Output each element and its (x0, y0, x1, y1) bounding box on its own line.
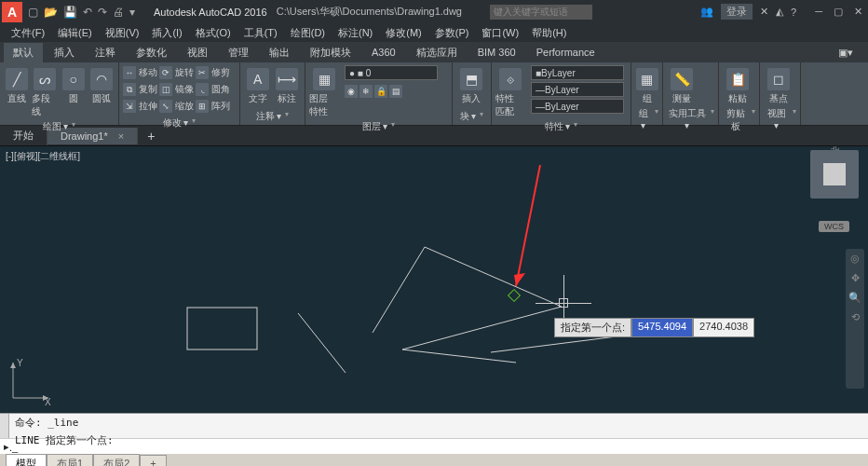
menu-parametric[interactable]: 参数(P) (429, 24, 475, 42)
nav-wheel-icon[interactable]: ◎ (850, 253, 860, 265)
tab-expand-icon[interactable]: ▣▾ (829, 44, 862, 62)
menu-view[interactable]: 视图(V) (100, 24, 145, 42)
command-input[interactable]: ._ (9, 442, 18, 453)
close-tab-icon[interactable]: × (118, 130, 124, 142)
insert-block-button[interactable]: ⬒插入 (456, 64, 486, 105)
menu-tools[interactable]: 工具(T) (238, 24, 283, 42)
copy-button[interactable]: ⧉复制 (123, 82, 157, 97)
text-button[interactable]: A文字 (244, 64, 272, 105)
tab-performance[interactable]: Performance (527, 44, 604, 61)
qat-open-icon[interactable]: 📂 (44, 6, 58, 19)
menu-edit[interactable]: 编辑(E) (52, 24, 98, 42)
exchange-icon[interactable]: ✕ (760, 6, 768, 18)
group-button[interactable]: ▦组 (635, 64, 658, 105)
menu-format[interactable]: 格式(O) (190, 24, 237, 42)
add-doc-tab-button[interactable]: + (138, 129, 164, 144)
qat-undo-icon[interactable]: ↶ (83, 6, 92, 19)
tab-manage[interactable]: 管理 (219, 43, 258, 62)
tab-default[interactable]: 默认 (4, 43, 43, 62)
app-logo[interactable]: A (2, 2, 22, 22)
user-icon[interactable]: 👥 (700, 6, 713, 18)
qat-print-icon[interactable]: 🖨 (113, 6, 124, 19)
panel-groups-title[interactable]: 组 ▾ (635, 105, 658, 130)
layout-tab-1[interactable]: 布局1 (47, 454, 93, 467)
line-button[interactable]: ╱直线 (4, 64, 30, 105)
base-button[interactable]: ◻基点 (764, 64, 793, 105)
tab-output[interactable]: 输出 (260, 43, 299, 62)
dimension-button[interactable]: ⟼标注 (274, 64, 302, 105)
layer-selector[interactable]: ● ■ 0 (345, 65, 438, 80)
help-icon[interactable]: ? (791, 7, 796, 18)
lineweight-selector[interactable]: — ByLayer (531, 82, 624, 97)
nav-pan-icon[interactable]: ✥ (851, 272, 860, 284)
tab-addins[interactable]: 附加模块 (301, 43, 360, 62)
layer-match-icon[interactable]: ▤ (389, 84, 402, 99)
panel-modify-title[interactable]: 修改 ▾ (123, 115, 236, 130)
maximize-icon[interactable]: ▢ (834, 6, 843, 18)
qat-save-icon[interactable]: 💾 (63, 6, 77, 19)
arc-button[interactable]: ◠圆弧 (88, 64, 115, 105)
measure-button[interactable]: 📏测量 (667, 64, 697, 105)
color-selector[interactable]: ■ ByLayer (531, 65, 624, 80)
panel-layers-title[interactable]: 图层 ▾ (309, 118, 448, 133)
qat-redo-icon[interactable]: ↷ (98, 6, 107, 19)
close-icon[interactable]: ✕ (854, 6, 862, 18)
panel-annotation-title[interactable]: 注释 ▾ (244, 108, 301, 123)
panel-utilities-title[interactable]: 实用工具 ▾ (667, 105, 714, 130)
panel-clipboard-title[interactable]: 剪贴板 (723, 105, 755, 133)
fillet-button[interactable]: ◟圆角 (196, 82, 230, 97)
menu-dimension[interactable]: 标注(N) (332, 24, 378, 42)
dynamic-input-x[interactable]: 5475.4094 (631, 318, 693, 337)
linetype-selector[interactable]: — ByLayer (531, 99, 624, 114)
layer-off-icon[interactable]: ◉ (345, 84, 358, 99)
dynamic-input-y[interactable]: 2740.4038 (693, 318, 754, 337)
layer-freeze-icon[interactable]: ❄ (359, 84, 373, 99)
move-button[interactable]: ↔移动 (123, 65, 157, 80)
view-cube[interactable]: 北 (810, 150, 859, 199)
login-button[interactable]: 登录 (721, 4, 753, 20)
nav-zoom-icon[interactable]: 🔍 (848, 292, 861, 304)
mirror-button[interactable]: ◫镜像 (159, 82, 194, 97)
tab-parametric[interactable]: 参数化 (127, 43, 176, 62)
panel-block-title[interactable]: 块 ▾ (456, 108, 487, 123)
array-button[interactable]: ⊞阵列 (196, 99, 230, 114)
polyline-button[interactable]: ᔕ多段线 (32, 64, 58, 118)
rotate-button[interactable]: ⟳旋转 (159, 65, 194, 80)
scale-button[interactable]: ⤡缩放 (159, 99, 194, 114)
app-icon[interactable]: ◭ (776, 6, 783, 18)
qat-new-icon[interactable]: ▢ (28, 6, 38, 19)
match-properties-button[interactable]: ⟐特性 匹配 (495, 64, 525, 118)
viewcube-face[interactable] (823, 163, 846, 185)
add-layout-button[interactable]: + (140, 455, 166, 466)
menu-help[interactable]: 帮助(H) (526, 24, 572, 42)
layout-tab-2[interactable]: 布局2 (93, 454, 140, 467)
panel-draw-title[interactable]: 绘图 ▾ (4, 118, 115, 133)
layer-lock-icon[interactable]: 🔒 (374, 84, 387, 99)
tab-view[interactable]: 视图 (178, 43, 217, 62)
panel-view-title[interactable]: 视图 ▾ (764, 105, 796, 130)
menu-file[interactable]: 文件(F) (6, 24, 50, 42)
command-handle[interactable] (0, 414, 9, 438)
tab-a360[interactable]: A360 (362, 44, 405, 61)
qat-more-icon[interactable]: ▾ (129, 6, 135, 19)
menu-insert[interactable]: 插入(I) (146, 24, 187, 42)
minimize-icon[interactable]: ─ (815, 6, 822, 18)
drawing-canvas[interactable]: [-][俯视][二维线框] 指定第一个点: 5475.4094 2740.403… (0, 146, 868, 413)
tab-bim360[interactable]: BIM 360 (468, 44, 525, 61)
stretch-button[interactable]: ⇲拉伸 (123, 99, 157, 114)
menu-window[interactable]: 窗口(W) (476, 24, 524, 42)
menu-draw[interactable]: 绘图(D) (285, 24, 331, 42)
layout-tab-model[interactable]: 模型 (6, 454, 47, 467)
menu-modify[interactable]: 修改(M) (380, 24, 427, 42)
circle-button[interactable]: ○圆 (61, 64, 87, 105)
panel-properties-title[interactable]: 特性 ▾ (495, 118, 627, 133)
paste-button[interactable]: 📋粘贴 (723, 64, 753, 105)
wcs-badge[interactable]: WCS (819, 221, 849, 232)
layer-properties-button[interactable]: ▦图层 特性 (309, 64, 339, 118)
search-input[interactable]: 键入关键字或短语 (490, 5, 592, 20)
tab-annotate[interactable]: 注释 (86, 43, 125, 62)
ucs-icon[interactable]: Y X (6, 359, 52, 407)
trim-button[interactable]: ✂修剪 (196, 65, 230, 80)
tab-insert[interactable]: 插入 (45, 43, 84, 62)
nav-orbit-icon[interactable]: ⟲ (851, 311, 860, 323)
